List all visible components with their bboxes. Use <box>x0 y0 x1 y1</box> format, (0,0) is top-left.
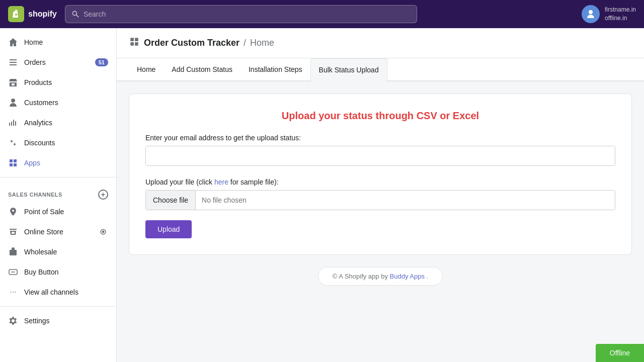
sidebar-label-analytics: Analytics <box>24 119 52 127</box>
sidebar-item-settings[interactable]: Settings <box>0 311 116 331</box>
ellipsis-icon: ··· <box>8 287 18 297</box>
email-form-group: Enter your email address to get the uplo… <box>145 134 615 166</box>
user-subtitle: offline.in <box>605 14 636 23</box>
sample-file-link[interactable]: here <box>214 178 228 186</box>
main-panel: Upload your status through CSV or Excel … <box>129 94 632 255</box>
upload-label: Upload your file (click here for sample … <box>145 178 615 186</box>
offline-badge: Offline <box>596 344 644 362</box>
sidebar-label-online-store: Online Store <box>24 228 63 236</box>
email-input[interactable] <box>145 146 615 166</box>
apps-icon <box>8 158 18 168</box>
user-name: firstname.in <box>605 6 636 14</box>
buy-button-icon <box>8 267 18 277</box>
logo-text: shopify <box>28 10 57 19</box>
sidebar-label-discounts: Discounts <box>24 139 55 147</box>
upload-form-group: Upload your file (click here for sample … <box>145 178 615 238</box>
customers-icon <box>8 98 18 108</box>
analytics-icon <box>8 118 18 128</box>
user-icon <box>586 9 596 19</box>
sidebar-label-customers: Customers <box>24 99 58 107</box>
offline-label: Offline <box>610 349 630 357</box>
wholesale-icon <box>8 247 18 257</box>
home-icon <box>8 37 18 47</box>
sidebar-item-wholesale[interactable]: Wholesale <box>0 242 116 262</box>
breadcrumb-current: Home <box>250 38 274 48</box>
sales-channels-label: SALES CHANNELS <box>8 192 62 198</box>
sidebar-item-buy-button[interactable]: Buy Button <box>0 262 116 282</box>
sidebar-item-pos[interactable]: Point of Sale <box>0 202 116 222</box>
upload-button[interactable]: Upload <box>145 220 192 238</box>
shopify-logo-icon <box>8 6 24 22</box>
panel-title: Upload your status through CSV or Excel <box>145 110 615 122</box>
no-file-text: No file chosen <box>196 196 253 204</box>
topbar: shopify firstname.in offline.in <box>0 0 644 28</box>
sidebar-item-online-store[interactable]: Online Store <box>0 222 116 242</box>
sidebar-item-analytics[interactable]: Analytics <box>0 113 116 133</box>
choose-file-button[interactable]: Choose file <box>146 191 196 210</box>
breadcrumb: Order Custom Tracker / Home <box>117 28 644 58</box>
sidebar-item-apps[interactable]: Apps <box>0 153 116 173</box>
settings-icon <box>8 316 18 326</box>
buddy-apps-link[interactable]: Buddy Apps <box>390 273 425 280</box>
sidebar-label-apps: Apps <box>24 159 40 167</box>
footer: © A Shopify app by Buddy Apps . <box>117 267 644 286</box>
orders-badge: 51 <box>95 58 108 66</box>
sidebar-item-discounts[interactable]: Discounts <box>0 133 116 153</box>
tab-home[interactable]: Home <box>129 58 164 81</box>
svg-point-1 <box>14 143 16 145</box>
footer-copyright: © <box>333 273 338 280</box>
discounts-icon <box>8 138 18 148</box>
tab-bulk-status-upload[interactable]: Bulk Status Upload <box>310 58 387 81</box>
tab-add-custom-status[interactable]: Add Custom Status <box>164 58 240 81</box>
app-name: Order Custom Tracker <box>144 38 239 48</box>
email-label: Enter your email address to get the uplo… <box>145 134 615 142</box>
sidebar-item-customers[interactable]: Customers <box>0 93 116 113</box>
sidebar-label-wholesale: Wholesale <box>24 248 57 256</box>
sidebar-label-view-all: View all channels <box>24 288 78 296</box>
user-info: firstname.in offline.in <box>605 6 636 23</box>
add-channel-button[interactable]: + <box>98 190 108 200</box>
user-menu[interactable]: firstname.in offline.in <box>582 5 636 23</box>
main-layout: Home Orders 51 Products Customers <box>0 28 644 362</box>
svg-rect-2 <box>10 250 17 255</box>
search-bar[interactable] <box>65 5 417 23</box>
breadcrumb-separator: / <box>244 38 246 48</box>
content-area: Order Custom Tracker / Home Home Add Cus… <box>117 28 644 362</box>
app-grid-icon <box>129 36 140 50</box>
avatar <box>582 5 600 23</box>
products-icon <box>8 77 18 87</box>
sidebar-label-buy-button: Buy Button <box>24 268 59 276</box>
sidebar-item-orders[interactable]: Orders 51 <box>0 52 116 72</box>
sidebar-item-view-all-channels[interactable]: ··· View all channels <box>0 282 116 302</box>
footer-text: A Shopify app by <box>339 273 389 280</box>
sidebar-label-pos: Point of Sale <box>24 208 64 216</box>
file-input-wrapper: Choose file No file chosen <box>145 190 615 210</box>
search-icon <box>71 10 79 18</box>
upload-label-suffix: for sample file): <box>228 178 279 186</box>
tab-installation-steps[interactable]: Installation Steps <box>240 58 310 81</box>
sidebar-item-home[interactable]: Home <box>0 32 116 52</box>
sidebar-item-products[interactable]: Products <box>0 72 116 93</box>
online-store-settings-icon[interactable] <box>98 227 108 237</box>
footer-badge: © A Shopify app by Buddy Apps . <box>318 267 443 286</box>
sidebar-label-settings: Settings <box>24 317 50 325</box>
sidebar-label-orders: Orders <box>24 58 46 66</box>
search-input[interactable] <box>84 10 411 18</box>
sidebar-label-home: Home <box>24 38 43 46</box>
store-icon <box>8 227 18 237</box>
sidebar: Home Orders 51 Products Customers <box>0 28 117 362</box>
svg-point-0 <box>11 140 13 142</box>
sidebar-divider-1 <box>0 177 116 177</box>
sidebar-label-products: Products <box>24 78 52 86</box>
sidebar-divider-2 <box>0 306 116 307</box>
footer-period: . <box>427 273 429 280</box>
upload-label-prefix: Upload your file (click <box>145 178 214 186</box>
logo[interactable]: shopify <box>8 6 57 22</box>
sales-channels-section: SALES CHANNELS + <box>0 182 116 202</box>
tabs-bar: Home Add Custom Status Installation Step… <box>117 58 644 81</box>
orders-icon <box>8 57 18 67</box>
location-icon <box>8 207 18 217</box>
